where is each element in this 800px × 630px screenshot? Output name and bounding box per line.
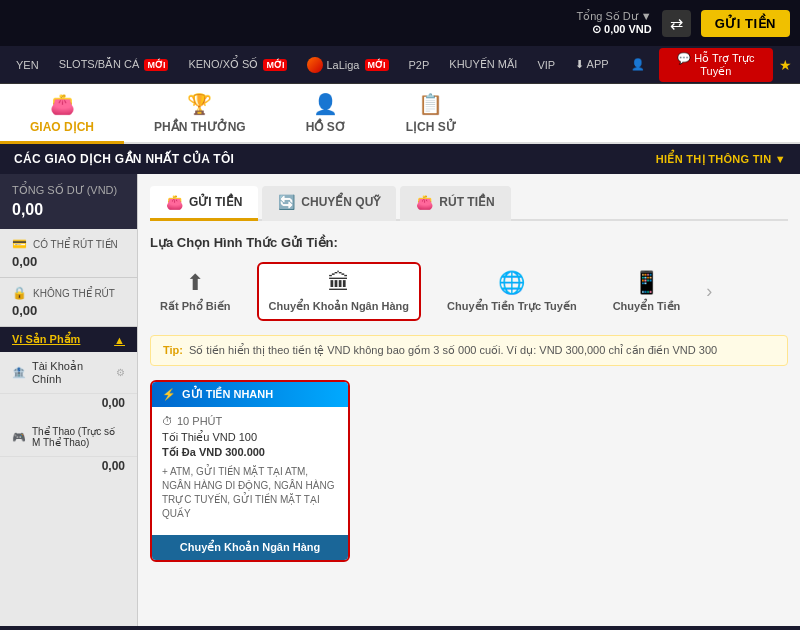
truc-tuyen-icon: 🌐 bbox=[498, 270, 525, 296]
star-icon: ★ bbox=[779, 57, 792, 73]
payment-method-chuyen-khoan[interactable]: 🏛 Chuyển Khoản Ngân Hàng bbox=[257, 262, 422, 321]
tai-khoan-chinh-icon: 🏦 bbox=[12, 366, 26, 379]
main-content: TỔNG SỐ DƯ (VND) 0,00 💳 CÓ THỂ RÚT TIỀN … bbox=[0, 174, 800, 626]
laliga-badge: MỚI bbox=[365, 59, 389, 71]
payment-section-label: Lựa Chọn Hình Thức Gửi Tiền: bbox=[150, 235, 788, 250]
nav-item-p2p[interactable]: P2P bbox=[401, 55, 438, 75]
chuyen-quy-icon: 🔄 bbox=[278, 194, 295, 210]
payment-methods: ⬆ Rất Phổ Biến 🏛 Chuyển Khoản Ngân Hàng … bbox=[150, 262, 788, 321]
gui-tien-button[interactable]: GỬI TIỀN bbox=[701, 10, 790, 37]
co-the-rut-value: 0,00 bbox=[12, 254, 125, 269]
tai-khoan-chinh-value: 0,00 bbox=[0, 394, 137, 418]
top-header: Tổng Số Dư ▼ ⊙ 0,00 VND ⇄ GỬI TIỀN bbox=[0, 0, 800, 46]
sidebar-stat-khong-the-rut: 🔒 KHÔNG THỂ RÚT 0,00 bbox=[0, 278, 137, 327]
promo-header-label: GỬI TIỀN NHANH bbox=[182, 388, 273, 401]
nav-item-vip[interactable]: VIP bbox=[529, 55, 563, 75]
ho-so-icon: 👤 bbox=[313, 92, 338, 116]
tab-ho-so[interactable]: 👤 HỒ SƠ bbox=[276, 84, 376, 144]
chuyen-tien-icon: 📱 bbox=[633, 270, 660, 296]
nav-item-slots[interactable]: SLOTS/BẮN CÁ MỚI bbox=[51, 54, 177, 75]
wallet-tai-khoan-chinh[interactable]: 🏦 Tài Khoản Chính ⚙ bbox=[0, 352, 137, 394]
sub-tab-rut-tien-label: RÚT TIỀN bbox=[439, 195, 494, 209]
the-thao-value: 0,00 bbox=[0, 457, 137, 477]
nav-bar: YEN SLOTS/BẮN CÁ MỚI KENO/XỔ SỐ MỚI LaLi… bbox=[0, 46, 800, 84]
vi-san-pham-chevron: ▲ bbox=[114, 334, 125, 346]
nav-item-user[interactable]: 👤 bbox=[623, 54, 653, 75]
hien-thi-button[interactable]: HIỂN THỊ THÔNG TIN ▼ bbox=[656, 153, 786, 166]
the-thao-icon: 🎮 bbox=[12, 431, 26, 444]
tab-lich-su[interactable]: 📋 LỊCH SỬ bbox=[376, 84, 486, 144]
sidebar-stat-co-the-rut: 💳 CÓ THỂ RÚT TIỀN 0,00 bbox=[0, 229, 137, 278]
khong-the-rut-label: KHÔNG THỂ RÚT bbox=[33, 288, 115, 299]
chuyen-khoan-icon: 🏛 bbox=[328, 270, 350, 296]
giao-dich-icon: 👛 bbox=[50, 92, 75, 116]
promo-card: ⚡ GỬI TIỀN NHANH ⏱ 10 PHÚT Tối Thiểu VND… bbox=[150, 380, 350, 562]
the-thao-label: Thể Thao (Trực số M Thể Thao) bbox=[32, 426, 125, 448]
sub-tab-rut-tien[interactable]: 👛 RÚT TIỀN bbox=[400, 186, 510, 221]
section-header: CÁC GIAO DỊCH GẦN NHẤT CỦA TÔI HIỂN THỊ … bbox=[0, 144, 800, 174]
nav-item-laliga[interactable]: LaLiga MỚI bbox=[299, 53, 396, 77]
tab-phan-thuong[interactable]: 🏆 PHẦN THƯỞNG bbox=[124, 84, 276, 144]
balance-icon: ⊙ bbox=[592, 23, 601, 35]
balance-label: Tổng Số Dư ▼ bbox=[576, 10, 651, 23]
tip-box: Tip: Số tiền hiển thị theo tiền tệ VND k… bbox=[150, 335, 788, 366]
nav-item-khuyen-mai[interactable]: KHUYẾN MÃI bbox=[441, 54, 525, 75]
tip-text: Số tiền hiển thị theo tiền tệ VND không … bbox=[189, 344, 717, 357]
phan-thuong-icon: 🏆 bbox=[187, 92, 212, 116]
payment-method-truc-tuyen[interactable]: 🌐 Chuyển Tiền Trực Tuyến bbox=[437, 264, 587, 319]
tab-lich-su-label: LỊCH SỬ bbox=[406, 120, 456, 134]
right-content: 👛 GỬI TIỀN 🔄 CHUYỂN QUỸ 👛 RÚT TIỀN Lựa C… bbox=[138, 174, 800, 626]
promo-min: Tối Thiểu VND 100 bbox=[162, 431, 338, 444]
tip-label: Tip: bbox=[163, 344, 183, 357]
balance-value: 0,00 VND bbox=[604, 23, 652, 35]
tab-bar: 👛 GIAO DỊCH 🏆 PHẦN THƯỞNG 👤 HỒ SƠ 📋 LỊCH… bbox=[0, 84, 800, 144]
nav-item-yen[interactable]: YEN bbox=[8, 55, 47, 75]
vi-san-pham-title[interactable]: Ví Sản Phẩm ▲ bbox=[0, 327, 137, 352]
support-button[interactable]: 💬 Hỗ Trợ Trực Tuyến bbox=[659, 48, 773, 82]
truc-tuyen-label: Chuyển Tiền Trực Tuyến bbox=[447, 300, 577, 313]
sub-tab-chuyen-quy-label: CHUYỂN QUỸ bbox=[301, 195, 380, 209]
promo-time: ⏱ 10 PHÚT bbox=[162, 415, 338, 427]
section-title: CÁC GIAO DỊCH GẦN NHẤT CỦA TÔI bbox=[14, 152, 234, 166]
promo-max: Tối Đa VND 300.000 bbox=[162, 446, 338, 459]
payment-method-rat-pho-bien[interactable]: ⬆ Rất Phổ Biến bbox=[150, 264, 241, 319]
sidebar-balance-label: TỔNG SỐ DƯ (VND) bbox=[12, 184, 125, 197]
tab-ho-so-label: HỒ SƠ bbox=[306, 120, 346, 134]
chuyen-tien-label: Chuyển Tiền bbox=[613, 300, 681, 313]
rut-tien-tab-icon: 👛 bbox=[416, 194, 433, 210]
tab-giao-dich-label: GIAO DỊCH bbox=[30, 120, 94, 134]
sub-tab-chuyen-quy[interactable]: 🔄 CHUYỂN QUỸ bbox=[262, 186, 396, 221]
wallet-the-thao[interactable]: 🎮 Thể Thao (Trực số M Thể Thao) bbox=[0, 418, 137, 457]
payment-method-chuyen-tien[interactable]: 📱 Chuyển Tiền bbox=[603, 264, 691, 319]
sidebar-balance: TỔNG SỐ DƯ (VND) 0,00 bbox=[0, 174, 137, 229]
nav-item-keno[interactable]: KENO/XỔ SỐ MỚI bbox=[180, 54, 295, 75]
promo-body: ⏱ 10 PHÚT Tối Thiểu VND 100 Tối Đa VND 3… bbox=[152, 407, 348, 535]
khong-the-rut-icon: 🔒 bbox=[12, 286, 27, 300]
rat-pho-bien-icon: ⬆ bbox=[186, 270, 204, 296]
co-the-rut-icon: 💳 bbox=[12, 237, 27, 251]
vi-san-pham-label: Ví Sản Phẩm bbox=[12, 333, 80, 346]
sub-tab-gui-tien[interactable]: 👛 GỬI TIỀN bbox=[150, 186, 258, 221]
promo-footer[interactable]: Chuyển Khoản Ngân Hàng bbox=[152, 535, 348, 560]
promo-header: ⚡ GỬI TIỀN NHANH bbox=[152, 382, 348, 407]
left-sidebar: TỔNG SỐ DƯ (VND) 0,00 💳 CÓ THỂ RÚT TIỀN … bbox=[0, 174, 138, 626]
tab-giao-dich[interactable]: 👛 GIAO DỊCH bbox=[0, 84, 124, 144]
balance-info: Tổng Số Dư ▼ ⊙ 0,00 VND bbox=[576, 10, 651, 36]
co-the-rut-label: CÓ THỂ RÚT TIỀN bbox=[33, 239, 118, 250]
keno-badge: MỚI bbox=[263, 59, 287, 71]
chuyen-khoan-label: Chuyển Khoản Ngân Hàng bbox=[269, 300, 410, 313]
transfer-icon-button[interactable]: ⇄ bbox=[662, 10, 691, 37]
balance-amount: ⊙ 0,00 VND bbox=[576, 23, 651, 36]
methods-chevron-right[interactable]: › bbox=[706, 281, 712, 302]
wallet-settings-icon[interactable]: ⚙ bbox=[116, 367, 125, 378]
laliga-logo-icon bbox=[307, 57, 323, 73]
promo-desc: + ATM, GỬI TIỀN MẶT TẠI ATM, NGÂN HÀNG D… bbox=[162, 465, 338, 521]
tai-khoan-chinh-label: Tài Khoản Chính bbox=[32, 360, 112, 385]
nav-item-app[interactable]: ⬇ APP bbox=[567, 54, 616, 75]
slots-badge: MỚI bbox=[144, 59, 168, 71]
sub-tab-gui-tien-label: GỬI TIỀN bbox=[189, 195, 242, 209]
rat-pho-bien-label: Rất Phổ Biến bbox=[160, 300, 231, 313]
tab-phan-thuong-label: PHẦN THƯỞNG bbox=[154, 120, 246, 134]
sidebar-balance-amount: 0,00 bbox=[12, 201, 125, 219]
promo-header-icon: ⚡ bbox=[162, 388, 176, 401]
